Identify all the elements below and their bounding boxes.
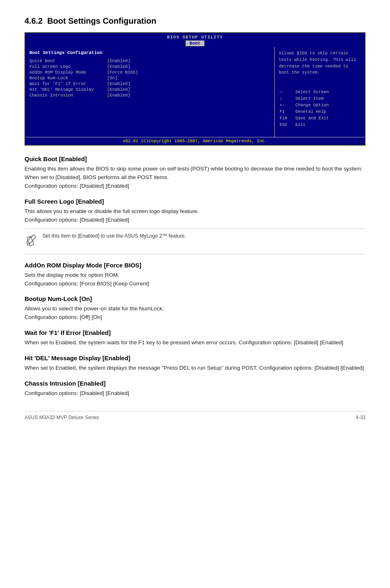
bios-right-description: Allows BIOS to skip certain tests while … <box>279 50 361 76</box>
page-content: 4.6.2 Boot Settings Configuration BIOS S… <box>0 0 390 437</box>
key-action: Select Screen <box>295 89 360 95</box>
key-action: Change Option <box>295 102 360 108</box>
bios-left-panel: Boot Settings Configuration Quick Boot[E… <box>25 47 275 137</box>
bios-items-list: Quick Boot[Enabled]Full Screen Logo[Enab… <box>29 58 270 98</box>
bios-key-row: ESCExit <box>280 122 360 128</box>
note-icon <box>25 233 38 251</box>
section-title-hit-del: Hit 'DEL' Message Display [Enabled] <box>25 355 365 361</box>
bios-title: BIOS SETUP UTILITY <box>25 35 365 40</box>
section-title-wait-f1: Wait for 'F1' If Error [Enabled] <box>25 329 365 336</box>
section-body-text: This allows you to enable or disable the… <box>25 207 365 216</box>
bios-key-row: F1General Help <box>280 109 360 114</box>
section-bootup-numlock: Bootup Num-Lock [On]Allows you to select… <box>25 295 365 322</box>
bios-item-value: [Force BIOS] <box>107 70 138 75</box>
section-body-text: Enabling this item allows the BIOS to sk… <box>25 165 365 182</box>
bios-item-label: Full Screen Logo <box>29 64 107 69</box>
key-action: Save and Exit <box>295 115 360 121</box>
footer-right: 4-33 <box>356 415 365 420</box>
section-body-text: Configuration options: [Off] [On] <box>25 313 365 322</box>
key-symbol: ESC <box>280 122 294 128</box>
bios-item-row: Hit 'DEL' Message Display[Enabled] <box>29 87 270 92</box>
bios-item-label: AddOn ROM Display Mode <box>29 70 107 75</box>
bios-item-value: [Enabled] <box>107 81 130 86</box>
note-box: Set this item to [Enabled] to use the AS… <box>25 229 365 254</box>
section-body-text: Configuration options: [Force BIOS] [Kee… <box>25 280 365 288</box>
bios-right-panel: Allows BIOS to skip certain tests while … <box>275 47 365 137</box>
section-body-text: Configuration options: [Disabled] [Enabl… <box>25 182 365 191</box>
key-action: General Help <box>295 109 360 114</box>
bios-item-row: AddOn ROM Display Mode[Force BIOS] <box>29 70 270 75</box>
bios-keys-table: ↔Select Screen↕Select Item+-Change Optio… <box>279 88 361 128</box>
bios-item-value: [Enabled] <box>107 93 130 98</box>
key-symbol: +- <box>280 102 294 108</box>
footer-left: ASUS M3A32-MVP Deluxe Series <box>25 415 99 420</box>
bios-item-row: Bootup Num-Lock[On] <box>29 76 270 81</box>
bios-item-row: Chassis Intrusion[Enabled] <box>29 93 270 98</box>
key-symbol: F10 <box>280 115 294 121</box>
key-symbol: F1 <box>280 109 294 114</box>
content-sections: Quick Boot [Enabled]Enabling this item a… <box>25 155 365 398</box>
section-body-text: Allows you to select the power-on state … <box>25 305 365 313</box>
key-action: Exit <box>295 122 360 128</box>
bios-item-value: [On] <box>107 76 117 81</box>
bios-item-value: [Enabled] <box>107 58 130 63</box>
bios-key-row: +-Change Option <box>280 102 360 108</box>
bios-active-tab: Boot <box>186 40 204 46</box>
section-chassis-intrusion: Chassis Intrusion [Enabled]Configuration… <box>25 380 365 398</box>
bios-section-label: Boot Settings Configuration <box>29 50 270 55</box>
bios-key-row: ↕Select Item <box>280 96 360 101</box>
section-body-text: Configuration options: [Disabled] [Enabl… <box>25 216 365 224</box>
section-body-text: When set to Enabled, the system waits fo… <box>25 339 365 347</box>
page-footer: ASUS M3A32-MVP Deluxe Series 4-33 <box>25 411 365 420</box>
bios-key-row: ↔Select Screen <box>280 89 360 95</box>
section-title-full-screen-logo: Full Screen Logo [Enabled] <box>25 198 365 205</box>
pencil-icon <box>25 233 38 248</box>
bios-item-label: Hit 'DEL' Message Display <box>29 87 107 92</box>
section-quick-boot: Quick Boot [Enabled]Enabling this item a… <box>25 155 365 191</box>
section-body-text: Sets the display mode for option ROM. <box>25 271 365 280</box>
bios-item-value: [Enabled] <box>107 64 130 69</box>
bios-screenshot: BIOS SETUP UTILITY Boot Boot Settings Co… <box>25 32 365 146</box>
bios-item-label: Quick Boot <box>29 58 107 63</box>
bios-body: Boot Settings Configuration Quick Boot[E… <box>25 47 365 137</box>
section-title-chassis-intrusion: Chassis Intrusion [Enabled] <box>25 380 365 387</box>
section-wait-f1: Wait for 'F1' If Error [Enabled]When set… <box>25 329 365 347</box>
section-title-quick-boot: Quick Boot [Enabled] <box>25 155 365 162</box>
section-title-addon-rom: AddOn ROM Display Mode [Force BIOS] <box>25 262 365 269</box>
key-symbol: ↔ <box>280 89 294 95</box>
key-symbol: ↕ <box>280 96 294 101</box>
bios-item-row: Full Screen Logo[Enabled] <box>29 64 270 69</box>
key-action: Select Item <box>295 96 360 101</box>
bios-item-value: [Enabled] <box>107 87 130 92</box>
section-body-text: Configuration options: [Disabled] [Enabl… <box>25 389 365 398</box>
bios-item-label: Bootup Num-Lock <box>29 76 107 81</box>
section-body-text: When set to Enabled, the system displays… <box>25 364 365 373</box>
section-full-screen-logo: Full Screen Logo [Enabled]This allows yo… <box>25 198 365 254</box>
bios-item-row: Wait for 'F1' if Error[Enabled] <box>29 81 270 86</box>
section-title-bootup-numlock: Bootup Num-Lock [On] <box>25 295 365 302</box>
section-hit-del: Hit 'DEL' Message Display [Enabled]When … <box>25 355 365 373</box>
section-addon-rom: AddOn ROM Display Mode [Force BIOS]Sets … <box>25 262 365 288</box>
bios-item-row: Quick Boot[Enabled] <box>29 58 270 63</box>
bios-item-label: Wait for 'F1' if Error <box>29 81 107 86</box>
bios-footer: v02.61 (C)Copyright 1985-2007, American … <box>25 137 365 145</box>
bios-item-label: Chassis Intrusion <box>29 93 107 98</box>
note-text: Set this item to [Enabled] to use the AS… <box>43 232 186 240</box>
bios-header: BIOS SETUP UTILITY Boot <box>25 33 365 47</box>
page-title: 4.6.2 Boot Settings Configuration <box>25 16 365 26</box>
bios-key-row: F10Save and Exit <box>280 115 360 121</box>
